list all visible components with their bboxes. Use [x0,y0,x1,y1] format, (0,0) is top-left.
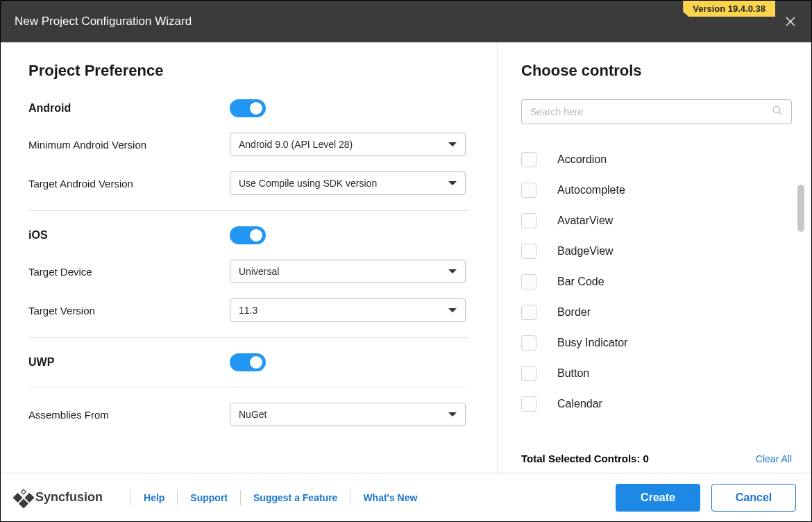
ios-label: iOS [28,229,230,242]
target-android-row: Target Android Version Use Compile using… [28,171,469,195]
target-android-label: Target Android Version [28,178,230,190]
control-row: Button [521,366,792,381]
android-toggle[interactable] [230,99,266,117]
search-icon [772,105,783,119]
footer-link[interactable]: Suggest a Feature [253,492,337,503]
control-checkbox[interactable] [521,183,536,198]
target-device-row: Target Device Universal [28,260,469,283]
brand-name: Syncfusion [35,490,103,505]
ios-toggle[interactable] [230,226,266,244]
target-device-label: Target Device [28,266,230,278]
control-row: AvatarView [521,213,792,228]
total-selected-label: Total Selected Controls: 0 [521,453,649,464]
control-label: Autocomplete [557,184,625,196]
android-row: Android [28,99,469,117]
target-device-select[interactable]: Universal [230,260,466,283]
control-label: Busy Indicator [557,337,627,349]
ios-row: iOS [28,226,469,244]
chevron-down-icon [448,412,457,416]
footer-bar: Syncfusion HelpSupportSuggest a FeatureW… [1,473,811,521]
control-label: Calendar [557,398,602,410]
control-row: Calendar [521,396,792,412]
target-version-label: Target Version [28,305,230,317]
scrollbar[interactable] [797,185,804,462]
uwp-row: UWP [28,353,469,371]
syncfusion-icon [12,487,34,508]
chevron-down-icon [448,269,457,273]
cancel-button[interactable]: Cancel [711,484,796,512]
search-box[interactable] [521,99,792,124]
target-device-value: Universal [239,266,279,277]
min-android-select[interactable]: Android 9.0 (API Level 28) [230,133,466,156]
control-row: Busy Indicator [521,335,792,351]
target-version-select[interactable]: 11.3 [230,298,466,322]
control-row: Bar Code [521,274,792,289]
uwp-label: UWP [28,356,230,369]
main-area: Project Preference Android Minimum Andro… [1,42,811,473]
create-button[interactable]: Create [616,484,700,512]
divider [28,210,469,211]
control-row: BadgeView [521,244,792,259]
choose-controls-title: Choose controls [521,62,811,80]
control-label: AvatarView [557,214,613,227]
android-label: Android [28,102,230,115]
footer-links: HelpSupportSuggest a FeatureWhat's New [118,490,417,505]
control-checkbox[interactable] [521,274,536,289]
min-android-label: Minimum Android Version [28,139,230,151]
uwp-toggle[interactable] [230,353,266,371]
control-label: Border [557,306,591,319]
brand-logo: Syncfusion [16,490,103,505]
control-checkbox[interactable] [521,366,536,381]
control-checkbox[interactable] [521,396,536,412]
link-separator [130,490,131,505]
controls-footer: Total Selected Controls: 0 Clear All [521,446,811,473]
control-label: Bar Code [557,276,604,288]
divider [28,387,469,387]
svg-line-1 [779,112,781,115]
min-android-value: Android 9.0 (API Level 28) [239,139,353,150]
control-checkbox[interactable] [521,305,536,320]
chevron-down-icon [448,142,457,146]
control-row: Autocomplete [521,183,792,198]
project-preference-title: Project Preference [28,62,469,80]
control-checkbox[interactable] [521,152,536,167]
link-separator [350,490,350,505]
link-separator [177,490,178,505]
search-input[interactable] [530,106,772,117]
min-android-row: Minimum Android Version Android 9.0 (API… [28,133,469,156]
assemblies-value: NuGet [239,409,267,420]
chevron-down-icon [448,308,457,312]
footer-link[interactable]: Help [144,492,164,503]
target-version-value: 11.3 [239,305,257,316]
control-label: Accordion [557,153,607,166]
divider [28,337,469,338]
svg-point-0 [773,106,779,112]
control-checkbox[interactable] [521,335,536,351]
close-button[interactable] [784,15,797,28]
choose-controls-panel: Choose controls AccordionAutocompleteAva… [497,42,811,473]
assemblies-select[interactable]: NuGet [230,403,466,426]
control-label: BadgeView [557,245,614,258]
scrollbar-thumb[interactable] [797,185,804,232]
assemblies-label: Assemblies From [28,409,230,421]
target-android-select[interactable]: Use Compile using SDK version [230,171,466,195]
assemblies-row: Assemblies From NuGet [28,403,469,426]
target-android-value: Use Compile using SDK version [239,178,377,189]
control-checkbox[interactable] [521,213,536,228]
chevron-down-icon [448,181,457,185]
control-row: Border [521,305,792,320]
clear-all-link[interactable]: Clear All [756,453,792,464]
project-preference-panel: Project Preference Android Minimum Andro… [1,42,497,473]
control-label: Button [557,367,589,380]
target-version-row: Target Version 11.3 [28,298,469,322]
title-bar: New Project Configuration Wizard Version… [1,1,811,42]
link-separator [240,490,241,505]
footer-link[interactable]: What's New [363,492,417,503]
wizard-title: New Project Configuration Wizard [15,15,192,28]
control-checkbox[interactable] [521,244,536,259]
close-icon [786,17,795,26]
controls-list[interactable]: AccordionAutocompleteAvatarViewBadgeView… [521,131,811,446]
control-row: Accordion [521,152,792,167]
footer-link[interactable]: Support [190,492,228,503]
version-badge: Version 19.4.0.38 [683,1,775,17]
